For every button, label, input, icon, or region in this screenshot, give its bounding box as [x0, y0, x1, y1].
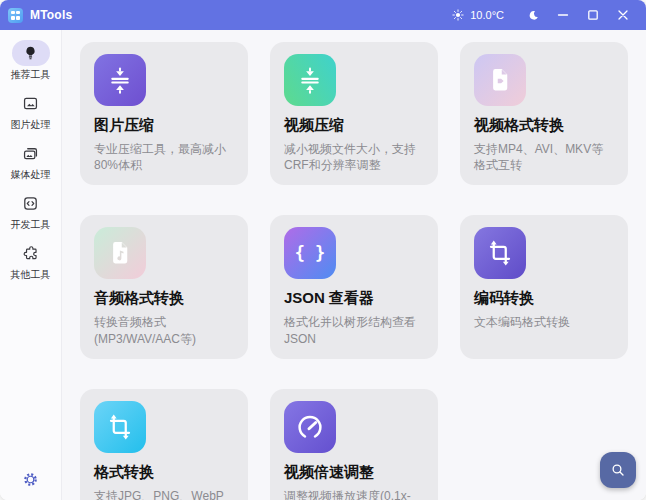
transform-glyph: [105, 412, 135, 442]
braces-icon: { }: [284, 227, 336, 279]
sidebar-item-label: 媒体处理: [11, 168, 51, 182]
speedometer-icon: [284, 401, 336, 453]
sun-icon: [451, 8, 465, 22]
card-desc: 文本编码格式转换: [474, 314, 614, 330]
gear-icon: [22, 471, 39, 488]
sidebar-item-label: 其他工具: [11, 268, 51, 282]
tool-card[interactable]: 格式转换 支持JPG、PNG、WebP等格式互转: [80, 389, 248, 500]
minimize-button[interactable]: [548, 1, 578, 29]
card-desc: 转换音频格式(MP3/WAV/AAC等): [94, 314, 234, 346]
titlebar-right: 10.0°C: [451, 1, 638, 29]
compress-icon: [284, 54, 336, 106]
transform-glyph: [485, 238, 515, 268]
close-icon: [617, 9, 629, 21]
app-title: MTools: [30, 8, 72, 22]
video-file-glyph: [485, 65, 515, 95]
tool-card[interactable]: 视频倍速调整 调整视频播放速度(0.1x-10x): [270, 389, 438, 500]
video-file-icon: [474, 54, 526, 106]
maximize-button[interactable]: [578, 1, 608, 29]
speedometer-glyph: [295, 412, 325, 442]
sidebar: 推荐工具 图片处理 媒: [0, 30, 62, 500]
card-title: 编码转换: [474, 289, 614, 308]
app-body: 推荐工具 图片处理 媒: [0, 30, 646, 500]
card-desc: 专业压缩工具，最高减小80%体积: [94, 141, 234, 173]
theme-toggle-button[interactable]: [518, 1, 548, 29]
card-desc: 调整视频播放速度(0.1x-10x): [284, 488, 424, 500]
temperature-label: 10.0°C: [470, 9, 504, 21]
sidebar-item-label: 推荐工具: [11, 68, 51, 82]
compress-glyph: [295, 65, 325, 95]
transform-icon: [474, 227, 526, 279]
search-button[interactable]: [600, 452, 636, 488]
code-icon: [21, 194, 40, 213]
card-title: 视频倍速调整: [284, 463, 424, 482]
tool-card[interactable]: 编码转换 文本编码格式转换: [460, 215, 628, 358]
braces-glyph: { }: [295, 238, 325, 268]
search-icon: [610, 462, 626, 478]
app-window: MTools 10.0°C: [0, 0, 646, 500]
card-desc: 减小视频文件大小，支持CRF和分辨率调整: [284, 141, 424, 173]
app-logo-icon: [8, 8, 23, 23]
sidebar-item-dev-tools[interactable]: 开发工具: [11, 190, 51, 232]
card-title: JSON 查看器: [284, 289, 424, 308]
sidebar-item-image-processing[interactable]: 图片处理: [11, 90, 51, 132]
titlebar-left: MTools: [8, 8, 72, 23]
transform-icon: [94, 401, 146, 453]
card-desc: 支持MP4、AVI、MKV等格式互转: [474, 141, 614, 173]
puzzle-icon: [21, 244, 40, 263]
media-icon: [21, 144, 40, 163]
minimize-icon: [557, 9, 569, 21]
card-title: 音频格式转换: [94, 289, 234, 308]
card-title: 视频格式转换: [474, 116, 614, 135]
compress-glyph: [105, 65, 135, 95]
settings-button[interactable]: [22, 471, 39, 500]
tool-card[interactable]: { } JSON 查看器 格式化并以树形结构查看 JSON: [270, 215, 438, 358]
sidebar-item-label: 图片处理: [11, 118, 51, 132]
titlebar: MTools 10.0°C: [0, 0, 646, 30]
audio-file-icon: [94, 227, 146, 279]
card-title: 格式转换: [94, 463, 234, 482]
sidebar-item-recommended-tools[interactable]: 推荐工具: [11, 40, 51, 82]
lightbulb-icon: [21, 44, 40, 63]
card-desc: 支持JPG、PNG、WebP等格式互转: [94, 488, 234, 500]
image-icon: [21, 94, 40, 113]
tool-grid: 图片压缩 专业压缩工具，最高减小80%体积 视频压缩 减小视频文件大小，支持CR…: [80, 42, 628, 500]
maximize-icon: [587, 9, 599, 21]
compress-icon: [94, 54, 146, 106]
card-title: 图片压缩: [94, 116, 234, 135]
tool-card[interactable]: 视频压缩 减小视频文件大小，支持CRF和分辨率调整: [270, 42, 438, 185]
card-title: 视频压缩: [284, 116, 424, 135]
sidebar-item-label: 开发工具: [11, 218, 51, 232]
main-content: 图片压缩 专业压缩工具，最高减小80%体积 视频压缩 减小视频文件大小，支持CR…: [62, 30, 646, 500]
audio-file-glyph: [105, 238, 135, 268]
tool-card[interactable]: 视频格式转换 支持MP4、AVI、MKV等格式互转: [460, 42, 628, 185]
sidebar-item-other-tools[interactable]: 其他工具: [11, 240, 51, 282]
tool-card[interactable]: 图片压缩 专业压缩工具，最高减小80%体积: [80, 42, 248, 185]
tool-card[interactable]: 音频格式转换 转换音频格式(MP3/WAV/AAC等): [80, 215, 248, 358]
svg-text:{ }: { }: [295, 243, 325, 263]
moon-icon: [527, 9, 540, 22]
card-desc: 格式化并以树形结构查看 JSON: [284, 314, 424, 346]
sidebar-item-media-processing[interactable]: 媒体处理: [11, 140, 51, 182]
close-button[interactable]: [608, 1, 638, 29]
weather-widget[interactable]: 10.0°C: [451, 8, 504, 22]
